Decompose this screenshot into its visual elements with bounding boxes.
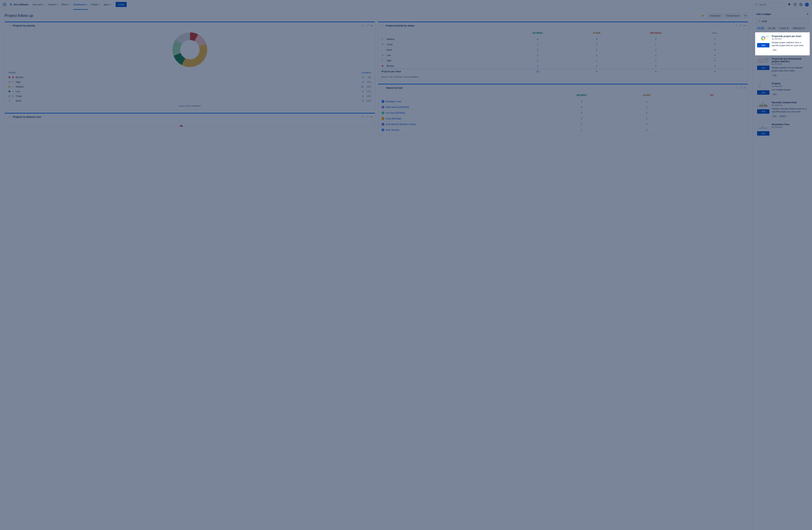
nav-item-people[interactable]: People (89, 2, 102, 7)
gadget-item: Add Resolution Time By Atlassian (756, 120, 809, 138)
table-cell[interactable]: 1 (614, 112, 679, 114)
star-icon[interactable]: ★ (701, 14, 704, 17)
status-badge-off-track: OFF TRACK (649, 31, 663, 34)
gadget-description: Display statistics for two selected proj… (772, 66, 808, 72)
svg-rect-46 (766, 61, 768, 61)
user-link[interactable]: José Jiménez (381, 129, 549, 131)
legend-count-link[interactable]: 3 (357, 81, 364, 83)
maximize-icon[interactable] (739, 24, 742, 27)
legend-count-link[interactable]: 4 (357, 100, 364, 102)
maximize-icon[interactable] (366, 24, 369, 27)
add-gadget-button[interactable]: Add gadget (708, 13, 723, 18)
filter-pill-jira[interactable]: Jira 14 (767, 26, 777, 30)
svg-rect-35 (764, 58, 766, 59)
user-link[interactable]: José Manuel Sánchez Crespo (381, 123, 549, 126)
add-gadget-button[interactable]: Add (757, 131, 769, 136)
table-cell[interactable]: 2 (508, 54, 567, 57)
table-cell[interactable]: 1 (567, 59, 626, 62)
add-gadget-button[interactable]: Add (757, 109, 769, 114)
svg-rect-73 (767, 128, 768, 129)
totals-label: Projects per value (381, 70, 508, 73)
total-projects-link[interactable]: 26 projects (362, 71, 371, 74)
legend-count-link[interactable]: 4 (357, 95, 364, 98)
add-gadget-button[interactable]: Add (757, 90, 769, 95)
table-cell[interactable]: 1 (614, 100, 679, 103)
nav-item-projects[interactable]: Projects (46, 2, 60, 7)
table-cell[interactable]: 2 (626, 38, 685, 41)
user-link[interactable]: Developer User (381, 100, 549, 103)
row-label: None (381, 48, 508, 51)
table-cell[interactable]: 1 (549, 123, 614, 126)
status-badge-on-track: ON TRACK (575, 94, 588, 97)
card-more-icon[interactable]: ••• (743, 24, 746, 27)
table-cell: 0 (626, 54, 685, 57)
legend-count-link[interactable]: 10 (357, 85, 364, 88)
app-switcher-icon[interactable] (3, 3, 6, 6)
create-button[interactable]: Create (116, 2, 127, 7)
table-cell[interactable]: 3 (549, 112, 614, 114)
drag-handle-icon[interactable]: ⋮⋮ (380, 24, 385, 27)
user-link[interactable]: Laura Barreales (381, 117, 549, 120)
total-cell[interactable]: 4 (626, 70, 685, 73)
total-cell[interactable]: 4 (685, 70, 744, 73)
help-icon[interactable] (793, 2, 798, 7)
card-more-icon[interactable]: ••• (370, 116, 373, 118)
gadget-search-input[interactable] (762, 20, 807, 23)
legend-count-link[interactable]: 3 (357, 90, 364, 93)
table-cell[interactable]: 1 (567, 54, 626, 57)
card-more-icon[interactable]: ••• (370, 24, 373, 27)
change-layout-button[interactable]: Change layout (724, 13, 742, 18)
minimize-icon[interactable] (735, 24, 738, 27)
filter-pill-wallboard[interactable]: Wallboard 2 (792, 26, 806, 30)
table-cell[interactable]: 2 (508, 59, 567, 62)
minimize-icon[interactable] (362, 24, 364, 27)
table-cell[interactable]: 3 (549, 106, 614, 108)
svg-rect-60 (764, 104, 765, 107)
table-cell[interactable]: 3 (567, 38, 626, 41)
close-icon[interactable]: ✕ (806, 12, 809, 16)
jira-logo[interactable]: Jira Software (9, 3, 29, 6)
drag-handle-icon[interactable]: ⋮⋮ (380, 87, 385, 89)
global-search[interactable]: Search (754, 2, 786, 7)
profile-avatar[interactable] (804, 2, 809, 7)
drag-handle-icon[interactable]: ⋮⋮ (7, 24, 12, 27)
table-cell[interactable]: 4 (508, 38, 567, 41)
card-more-icon[interactable]: ••• (743, 87, 746, 89)
table-cell[interactable]: 1 (626, 43, 685, 46)
nav-item-apps[interactable]: Apps (102, 2, 113, 7)
settings-icon[interactable] (798, 2, 803, 7)
minimize-icon[interactable] (362, 116, 364, 118)
gadget-search[interactable] (756, 18, 809, 24)
svg-rect-5 (5, 4, 6, 5)
legend-count-link[interactable]: 2 (357, 76, 364, 78)
nav-item-filters[interactable]: Filters (60, 2, 72, 7)
total-cell[interactable]: 5 (567, 70, 626, 73)
table-cell[interactable]: 1 (508, 43, 567, 46)
user-link[interactable]: Leo Diaz [DEISER] (381, 112, 549, 114)
maximize-icon[interactable] (739, 87, 742, 89)
search-placeholder: Search (759, 3, 766, 6)
table-cell[interactable]: 3 (549, 100, 614, 103)
user-link[interactable]: Fede Baronti [DEISER] (381, 106, 549, 109)
svg-rect-41 (766, 60, 768, 60)
svg-rect-49 (762, 62, 764, 63)
maximize-icon[interactable] (366, 116, 369, 118)
drag-handle-icon[interactable]: ⋮⋮ (7, 116, 12, 118)
add-gadget-button[interactable]: Add (757, 65, 769, 70)
nav-item-your-work[interactable]: Your work (30, 2, 46, 7)
table-cell[interactable]: 1 (626, 64, 685, 67)
more-actions-icon[interactable]: ••• (743, 13, 748, 18)
table-cell[interactable]: 4 (685, 48, 744, 51)
filter-pill-all[interactable]: All 14 (756, 26, 765, 30)
notifications-icon[interactable] (787, 2, 792, 7)
total-cell[interactable]: 10 (508, 70, 567, 73)
table-cell[interactable]: 1 (614, 106, 679, 108)
legend-row: Blocker 2 8% (8, 75, 372, 79)
minimize-icon[interactable] (735, 87, 738, 89)
table-cell[interactable]: 1 (508, 64, 567, 67)
chevron-down-icon (110, 4, 111, 5)
card-title: Projects by priority (13, 24, 360, 27)
add-gadget-button[interactable]: Add (757, 43, 769, 47)
filter-pill-charts[interactable]: Charts 8 (778, 26, 790, 30)
nav-item-dashboards[interactable]: Dashboards (72, 2, 89, 7)
